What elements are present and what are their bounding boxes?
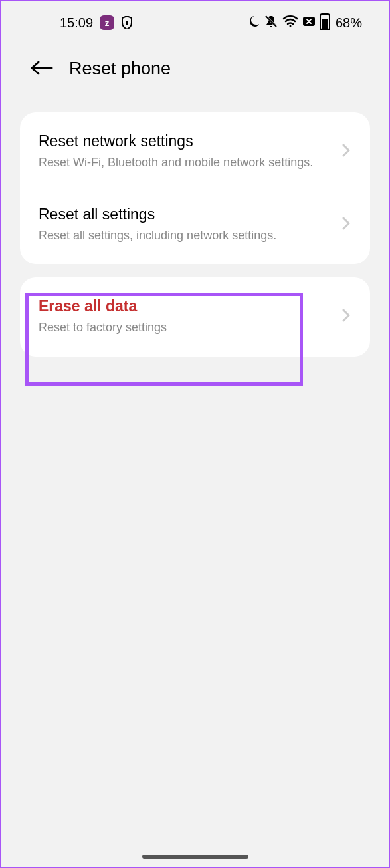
status-left: 15:09 z xyxy=(60,15,133,31)
svg-point-3 xyxy=(289,25,291,27)
list-item-content: Erase all data Reset to factory settings xyxy=(39,297,332,336)
moon-icon xyxy=(246,15,260,31)
list-item-subtitle: Reset Wi-Fi, Bluetooth and mobile networ… xyxy=(39,154,332,171)
back-arrow-icon[interactable] xyxy=(29,60,53,78)
status-bar: 15:09 z xyxy=(1,1,389,39)
home-indicator[interactable] xyxy=(142,855,248,859)
settings-group-1: Reset network settings Reset Wi-Fi, Blue… xyxy=(20,112,370,264)
status-right: 68% xyxy=(246,13,362,33)
list-item-content: Reset network settings Reset Wi-Fi, Blue… xyxy=(39,132,332,171)
bell-mute-icon xyxy=(264,14,278,31)
wifi-icon xyxy=(282,15,298,31)
chevron-right-icon xyxy=(342,307,351,326)
list-item-content: Reset all settings Reset all settings, i… xyxy=(39,206,332,244)
reset-network-settings-item[interactable]: Reset network settings Reset Wi-Fi, Blue… xyxy=(20,115,370,188)
page-title: Reset phone xyxy=(69,59,171,79)
list-item-title: Erase all data xyxy=(39,297,332,315)
svg-rect-0 xyxy=(126,21,128,25)
chevron-right-icon xyxy=(342,216,351,234)
shield-icon xyxy=(121,16,133,29)
battery-icon xyxy=(320,13,330,33)
chevron-right-icon xyxy=(342,142,351,161)
list-item-title: Reset network settings xyxy=(39,132,332,150)
svg-rect-7 xyxy=(322,19,328,29)
close-box-icon xyxy=(302,15,316,31)
battery-percent: 68% xyxy=(336,15,362,31)
reset-all-settings-item[interactable]: Reset all settings Reset all settings, i… xyxy=(20,188,370,261)
app-badge-z-icon: z xyxy=(100,15,114,30)
list-item-subtitle: Reset to factory settings xyxy=(39,319,332,336)
list-item-subtitle: Reset all settings, including network se… xyxy=(39,227,332,244)
settings-group-2: Erase all data Reset to factory settings xyxy=(20,277,370,356)
status-time: 15:09 xyxy=(60,15,93,31)
page-header: Reset phone xyxy=(1,39,389,99)
list-item-title: Reset all settings xyxy=(39,206,332,223)
erase-all-data-item[interactable]: Erase all data Reset to factory settings xyxy=(20,280,370,353)
